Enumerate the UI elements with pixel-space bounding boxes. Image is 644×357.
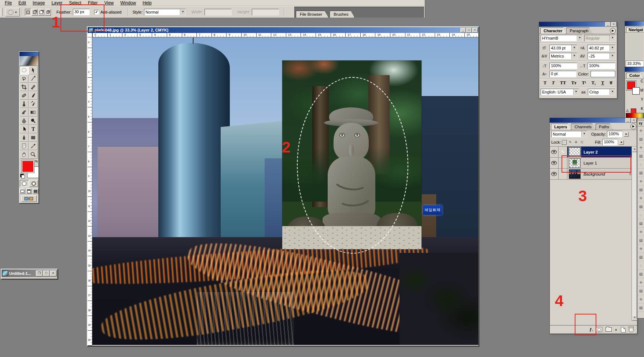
tab-layers[interactable]: Layers	[551, 124, 571, 130]
new-layer-set-button[interactable]	[606, 327, 612, 332]
history-brush-tool[interactable]	[29, 100, 38, 108]
fullscreen-menubar-button[interactable]	[26, 188, 32, 194]
anti-alias-select[interactable]: Crisp▼	[588, 89, 615, 95]
photoshop-banner[interactable]	[19, 56, 38, 66]
horizontal-scale-input[interactable]: 100%	[588, 63, 615, 69]
close-button[interactable]: ×	[611, 22, 617, 27]
opacity-input[interactable]: 100%	[607, 131, 622, 137]
eyedropper-tool[interactable]	[29, 142, 38, 150]
intersect-selection-button[interactable]	[45, 9, 51, 16]
history-state-icon[interactable]: ▤	[637, 202, 644, 211]
move-tool[interactable]	[29, 66, 38, 74]
standard-mode-button[interactable]	[20, 180, 29, 187]
horizontal-ruler[interactable]: 0123456789101112131415161718192021222324…	[92, 33, 478, 37]
new-layer-button[interactable]	[621, 327, 626, 332]
visibility-toggle[interactable]	[550, 169, 559, 179]
close-button[interactable]: ×	[472, 28, 478, 33]
dodge-tool[interactable]	[29, 117, 38, 125]
width-input[interactable]	[205, 9, 232, 15]
minimize-button[interactable]: _	[460, 28, 466, 33]
language-select[interactable]: English: USA▼	[541, 89, 579, 95]
minimize-button[interactable]: _	[625, 118, 631, 123]
new-selection-button[interactable]	[25, 9, 31, 16]
history-state-icon[interactable]: ✛	[637, 278, 644, 287]
restore-button[interactable]: ❐	[36, 270, 43, 276]
tab-paragraph[interactable]: Paragraph	[566, 27, 592, 34]
zoom-tool[interactable]	[29, 150, 38, 159]
faux-style-button[interactable]: T	[551, 80, 556, 86]
history-state-icon[interactable]: ✛	[637, 177, 644, 185]
opacity-slider-button[interactable]: ▸	[624, 132, 629, 137]
font-family-select[interactable]: HYnamB▼	[541, 35, 583, 41]
tab-paths[interactable]: Paths	[596, 124, 613, 130]
history-state-icon[interactable]: ▤	[637, 236, 644, 244]
lock-position-icon[interactable]: ✛	[574, 140, 578, 145]
toolbox-title-bar[interactable]	[19, 52, 38, 56]
menu-item[interactable]: Help	[139, 0, 155, 5]
standard-screen-button[interactable]	[19, 188, 25, 194]
tool-preset-picker[interactable]: ▼	[5, 8, 20, 16]
history-state-icon[interactable]: ◌	[637, 261, 644, 270]
visibility-toggle[interactable]	[550, 158, 559, 168]
palette-well-tab[interactable]: File Browser	[296, 11, 328, 18]
maximize-button[interactable]: □	[43, 270, 49, 276]
character-palette-title-bar[interactable]: _ ×	[539, 22, 617, 27]
history-state-icon[interactable]: ▤	[637, 270, 644, 278]
menu-item[interactable]: Window	[117, 0, 139, 5]
path-selection-tool[interactable]	[19, 125, 29, 133]
font-size-select[interactable]: 43.09 pt▼	[549, 45, 577, 51]
history-state-icon[interactable]: ▤	[637, 287, 644, 295]
history-state-icon[interactable]: ▤	[637, 185, 644, 194]
history-state-icon[interactable]: ▤	[637, 303, 644, 312]
faux-style-button[interactable]: T₁	[590, 80, 597, 86]
slice-tool[interactable]	[29, 83, 38, 91]
resize-grip[interactable]	[633, 330, 637, 333]
shape-tool[interactable]	[29, 133, 38, 142]
canvas-image[interactable]: 제일화재	[92, 37, 478, 345]
layers-title-bar[interactable]: _ ×	[550, 118, 637, 123]
foreground-color-swatch[interactable]	[22, 160, 34, 173]
leading-select[interactable]: 40.82 pt▼	[588, 45, 615, 51]
scroll-up-button[interactable]: ▲	[632, 147, 637, 152]
subtract-from-selection-button[interactable]	[38, 9, 44, 16]
swap-colors-icon[interactable]: ⇆	[35, 159, 38, 163]
tab-color[interactable]: Color	[626, 73, 643, 78]
notes-tool[interactable]	[19, 142, 29, 150]
blur-tool[interactable]	[19, 117, 29, 125]
lock-pixels-icon[interactable]: ✎	[568, 140, 573, 145]
history-state-icon[interactable]: ✛	[637, 126, 644, 135]
clone-stamp-tool[interactable]	[19, 100, 29, 108]
color-palette-title-bar[interactable]	[625, 67, 644, 72]
history-state-icon[interactable]: ✛	[637, 244, 644, 253]
history-state-icon[interactable]: ▤	[637, 219, 644, 228]
history-state-icon[interactable]: ▤	[637, 253, 644, 261]
history-state-icon[interactable]: ◌	[637, 211, 644, 219]
close-button[interactable]: ×	[631, 118, 637, 123]
height-input[interactable]	[252, 9, 279, 15]
maximize-button[interactable]: □	[466, 28, 472, 33]
faux-style-button[interactable]: T	[600, 80, 606, 86]
layer-name[interactable]: Layer 2	[584, 150, 598, 154]
pen-tool[interactable]	[19, 133, 29, 142]
color-ramp[interactable]	[626, 113, 644, 118]
faux-style-button[interactable]: T¹	[580, 80, 588, 86]
faux-style-button[interactable]: TT	[559, 80, 567, 86]
kerning-select[interactable]: Metrics▼	[549, 53, 577, 59]
gamut-warning-icon[interactable]: ⚠	[626, 108, 629, 113]
fill-input[interactable]: 100%	[602, 139, 618, 146]
lasso-tool[interactable]	[19, 74, 29, 83]
faux-style-button[interactable]: T	[542, 80, 548, 86]
document-title-bar[interactable]: pla04048.jpg @ 33.3% (Layer 2, CMYK) _ □…	[88, 27, 478, 33]
tab-character[interactable]: Character	[540, 27, 566, 34]
new-adjustment-layer-button[interactable]: ◐	[615, 327, 618, 332]
history-tab-partial-label[interactable]: ry	[637, 120, 644, 126]
menu-item[interactable]: File	[1, 0, 15, 5]
hand-tool[interactable]	[19, 150, 29, 159]
vertical-ruler[interactable]: 01234567891011121314151617181920	[88, 37, 92, 346]
history-state-icon[interactable]: ✛	[637, 143, 644, 152]
lock-all-icon[interactable]: ⚿	[579, 140, 584, 145]
close-button[interactable]: ×	[50, 270, 56, 276]
history-state-icon[interactable]: ◌	[637, 160, 644, 169]
eraser-tool[interactable]	[19, 108, 29, 117]
history-state-icon[interactable]: ▤	[637, 135, 644, 143]
